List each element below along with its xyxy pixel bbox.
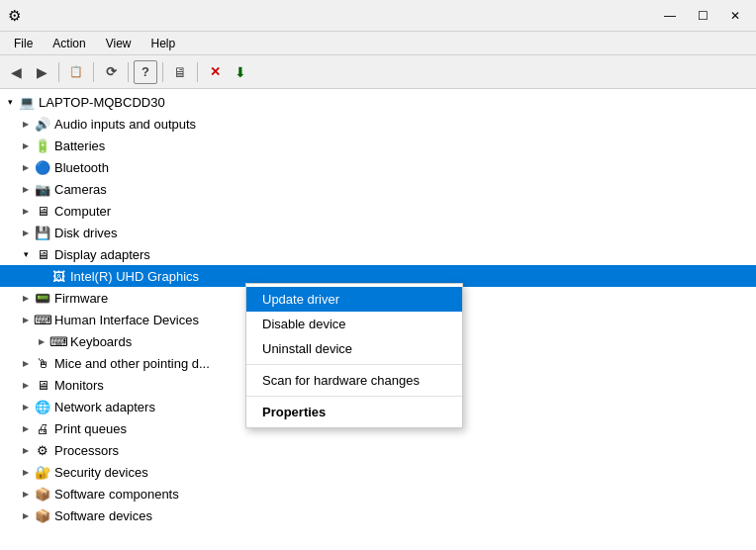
tree-icon-softwaredev: 📦 (34, 506, 51, 524)
title-bar-icon: ⚙ (8, 7, 21, 25)
expand-btn-displayadapters[interactable]: ▾ (18, 246, 34, 262)
expand-btn-laptop[interactable]: ▾ (2, 94, 18, 110)
expand-btn-softwarecomp[interactable]: ▶ (18, 486, 34, 502)
ctx-item-uninstall-device[interactable]: Uninstall device (246, 336, 462, 361)
expand-btn-mice[interactable]: ▶ (18, 355, 34, 371)
tree-icon-displayadapters: 🖥 (34, 245, 51, 263)
tree-item-audio[interactable]: ▶🔊Audio inputs and outputs (0, 113, 756, 135)
tree-icon-intel: 🖼 (49, 267, 67, 285)
menu-action[interactable]: Action (43, 35, 95, 52)
tree-icon-laptop: 💻 (18, 93, 36, 111)
ctx-sep-sep1 (246, 364, 462, 365)
tree-label-monitors: Monitors (54, 378, 104, 393)
tree-label-security: Security devices (54, 465, 148, 480)
toolbar-refresh[interactable]: ⟳ (99, 60, 123, 84)
expand-btn-diskdrives[interactable]: ▶ (18, 225, 34, 240)
context-menu: Update driverDisable deviceUninstall dev… (245, 283, 463, 428)
tree-icon-keyboards: ⌨ (49, 332, 67, 350)
tree-label-network: Network adapters (54, 400, 155, 414)
expand-btn-audio[interactable]: ▶ (18, 116, 34, 132)
ctx-item-scan-changes[interactable]: Scan for hardware changes (246, 368, 462, 393)
menu-bar: File Action View Help (0, 32, 756, 55)
tree-item-processors[interactable]: ▶⚙Processors (0, 439, 756, 461)
menu-help[interactable]: Help (142, 35, 186, 52)
tree-label-computer: Computer (54, 204, 111, 219)
tree-item-batteries[interactable]: ▶🔋Batteries (0, 135, 756, 156)
ctx-item-properties[interactable]: Properties (246, 400, 462, 424)
toolbar-back[interactable]: ◀ (4, 60, 28, 84)
tree-icon-diskdrives: 💾 (34, 224, 51, 241)
tree-item-diskdrives[interactable]: ▶💾Disk drives (0, 222, 756, 243)
tree-item-cameras[interactable]: ▶📷Cameras (0, 178, 756, 200)
tree-icon-cameras: 📷 (34, 180, 51, 198)
expand-btn-monitors[interactable]: ▶ (18, 377, 34, 393)
toolbar-sep-3 (128, 62, 129, 82)
tree-icon-computer: 🖥 (34, 202, 51, 220)
ctx-item-update-driver[interactable]: Update driver (246, 287, 462, 312)
tree-label-softwarecomp: Software components (54, 487, 179, 502)
tree-label-mice: Mice and other pointing d... (54, 356, 210, 371)
tree-icon-mice: 🖱 (34, 354, 51, 372)
tree-item-softwarecomp[interactable]: ▶📦Software components (0, 483, 756, 504)
toolbar-help[interactable]: ? (134, 60, 157, 84)
toolbar-sep-1 (58, 62, 59, 82)
menu-file[interactable]: File (4, 35, 43, 52)
toolbar-forward[interactable]: ▶ (30, 60, 53, 84)
toolbar-sep-5 (197, 62, 198, 82)
tree-label-hid: Human Interface Devices (54, 313, 199, 327)
tree-icon-print: 🖨 (34, 419, 51, 437)
expand-btn-bluetooth[interactable]: ▶ (18, 159, 34, 175)
ctx-sep-sep2 (246, 396, 462, 397)
toolbar-sep-4 (162, 62, 163, 82)
ctx-item-disable-device[interactable]: Disable device (246, 312, 462, 336)
tree-icon-security: 🔐 (34, 463, 51, 481)
tree-icon-softwarecomp: 📦 (34, 485, 51, 503)
minimize-button[interactable]: — (656, 9, 684, 23)
tree-icon-processors: ⚙ (34, 441, 51, 459)
expand-btn-security[interactable]: ▶ (18, 464, 34, 480)
title-bar: ⚙ — ☐ ✕ (0, 0, 756, 32)
tree-item-computer[interactable]: ▶🖥Computer (0, 200, 756, 222)
expand-btn-print[interactable]: ▶ (18, 420, 34, 436)
tree-icon-monitors: 🖥 (34, 376, 51, 394)
expand-btn-batteries[interactable]: ▶ (18, 138, 34, 153)
tree-icon-bluetooth: 🔵 (34, 158, 51, 176)
menu-view[interactable]: View (96, 35, 142, 52)
expand-btn-hid[interactable]: ▶ (18, 312, 34, 327)
tree-label-keyboards: Keyboards (70, 334, 132, 349)
tree-label-batteries: Batteries (54, 138, 105, 153)
tree-label-bluetooth: Bluetooth (54, 160, 109, 175)
toolbar: ◀ ▶ 📋 ⟳ ? 🖥 ✕ ⬇ (0, 55, 756, 89)
tree-item-displayadapters[interactable]: ▾🖥Display adapters (0, 243, 756, 265)
maximize-button[interactable]: ☐ (690, 9, 716, 23)
toolbar-remove[interactable]: ✕ (203, 60, 227, 84)
expand-btn-network[interactable]: ▶ (18, 399, 34, 414)
tree-item-bluetooth[interactable]: ▶🔵Bluetooth (0, 156, 756, 178)
tree-label-intel: Intel(R) UHD Graphics (70, 269, 199, 284)
tree-item-laptop[interactable]: ▾💻LAPTOP-MQBCDD30 (0, 91, 756, 113)
expand-btn-cameras[interactable]: ▶ (18, 181, 34, 197)
expand-btn-processors[interactable]: ▶ (18, 442, 34, 458)
tree-icon-firmware: 📟 (34, 289, 51, 307)
expand-btn-computer[interactable]: ▶ (18, 203, 34, 219)
tree-label-processors: Processors (54, 443, 119, 458)
tree-label-audio: Audio inputs and outputs (54, 117, 196, 132)
tree-icon-audio: 🔊 (34, 115, 51, 133)
close-button[interactable]: ✕ (722, 9, 748, 23)
tree-label-displayadapters: Display adapters (54, 247, 150, 262)
toolbar-monitor[interactable]: 🖥 (168, 60, 192, 84)
expand-btn-keyboards[interactable]: ▶ (34, 333, 49, 349)
tree-label-firmware: Firmware (54, 291, 108, 306)
tree-label-laptop: LAPTOP-MQBCDD30 (39, 95, 165, 110)
tree-label-diskdrives: Disk drives (54, 226, 118, 240)
tree-icon-network: 🌐 (34, 398, 51, 415)
main-content: ▾💻LAPTOP-MQBCDD30▶🔊Audio inputs and outp… (0, 89, 756, 550)
expand-btn-firmware[interactable]: ▶ (18, 290, 34, 306)
expand-btn-softwaredev[interactable]: ▶ (18, 507, 34, 523)
tree-item-softwaredev[interactable]: ▶📦Software devices (0, 504, 756, 526)
toolbar-sep-2 (93, 62, 94, 82)
toolbar-update[interactable]: ⬇ (229, 60, 252, 84)
tree-icon-hid: ⌨ (34, 311, 51, 328)
toolbar-properties[interactable]: 📋 (64, 60, 88, 84)
tree-item-security[interactable]: ▶🔐Security devices (0, 461, 756, 483)
